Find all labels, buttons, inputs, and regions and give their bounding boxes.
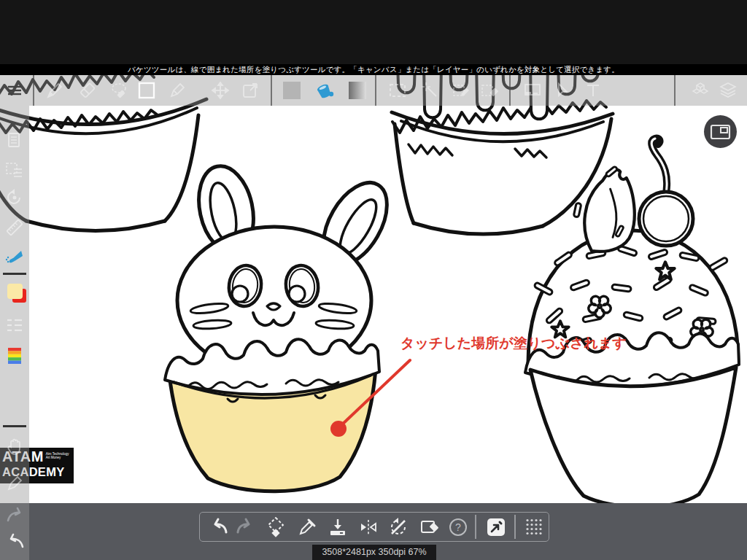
svg-text:?: ? [455,521,461,533]
lasso-eraser-icon[interactable] [109,81,128,100]
divider [3,273,26,275]
palette-icon[interactable] [5,346,24,365]
move-icon[interactable] [211,81,230,100]
menu-icon[interactable] [5,81,24,100]
export-icon[interactable] [241,81,260,100]
cupcake-sprinkles [525,139,739,508]
undo-small-icon[interactable] [5,532,26,550]
divider [509,75,511,106]
materials-icon[interactable] [691,81,710,100]
eraser-icon[interactable] [78,81,97,100]
cursor-icon[interactable] [553,81,572,100]
rotate-reset-icon[interactable] [5,188,24,207]
magic-wand-icon[interactable] [421,81,440,100]
tool-list-icon[interactable] [5,316,24,335]
left-sidebar [0,106,29,560]
pen-settings-icon[interactable] [5,474,24,493]
clear-layer-icon[interactable] [419,517,440,537]
selection-options-icon[interactable] [5,160,24,179]
notification-bar: バケツツールは、線で囲まれた場所を塗りつぶすツールです。「キャンバス」または「レ… [0,64,747,75]
fullscreen-button[interactable] [704,115,737,148]
ruler-icon[interactable] [5,218,24,237]
app-window: タッチした場所が塗りつぶされます ATAM Aim Technology Art… [0,0,747,560]
text-tool-icon[interactable] [584,81,603,100]
color-pair-icon[interactable] [5,283,24,302]
window-icon [704,115,737,148]
transform-icon[interactable] [266,517,286,537]
divider [674,75,676,106]
airbrush-icon[interactable] [5,247,24,266]
undo-icon[interactable] [209,517,229,537]
import-icon[interactable] [328,517,348,537]
status-tooltip: 3508*2481px 350dpi 67% [312,545,436,560]
select-eraser-icon[interactable] [481,81,500,100]
annotation-text: タッチした場所が塗りつぶされます [400,334,627,353]
divider [3,425,26,427]
divider [514,515,516,539]
canvas-size-icon[interactable] [523,81,542,100]
gradient-icon[interactable] [348,81,367,100]
redo-icon[interactable] [235,517,255,537]
select-rect-icon[interactable] [388,81,407,100]
top-toolbar [0,75,747,106]
material-button-icon[interactable] [486,517,506,537]
divider [33,75,34,106]
selection-square-icon[interactable] [137,81,156,100]
select-pen-icon[interactable] [452,81,471,100]
bucket-fill-icon[interactable] [315,81,334,100]
flip-horizontal-icon[interactable] [358,517,379,537]
help-icon[interactable]: ? [448,517,468,537]
pen-icon[interactable] [168,81,187,100]
status-bar [0,0,747,64]
corner-arrows [0,503,29,560]
layers-icon[interactable] [719,81,738,100]
rotate-lock-icon[interactable] [388,517,409,537]
brush-icon[interactable] [45,81,64,100]
divider [475,515,476,539]
hand-icon[interactable] [5,438,24,456]
logo-tagline: Aim Technology Art Money [46,452,69,459]
divider [271,75,272,106]
document-icon[interactable] [5,131,24,150]
drag-handle-icon[interactable] [524,517,544,537]
cupcake-bunny [165,161,400,491]
redo-small-icon[interactable] [5,506,26,524]
divider [375,75,376,106]
color-swatch-icon[interactable] [282,81,301,100]
eyedropper-icon[interactable] [297,517,317,537]
